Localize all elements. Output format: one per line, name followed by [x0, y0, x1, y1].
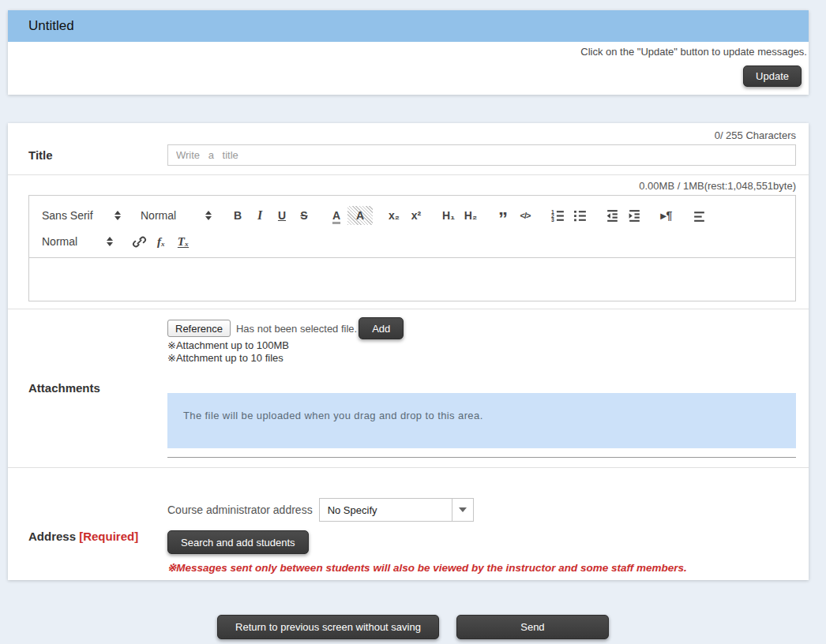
file-dropzone[interactable]: The file will be uploaded when you drag …: [167, 393, 796, 448]
align-icon[interactable]: [688, 206, 710, 225]
message-header-card: Untitled Click on the "Update" button to…: [8, 10, 809, 95]
update-hint: Click on the "Update" button to update m…: [8, 46, 809, 58]
subscript-icon[interactable]: x₂: [383, 206, 405, 225]
title-char-counter: 0/ 255 Characters: [8, 129, 809, 142]
blockquote-icon[interactable]: ”: [492, 202, 514, 229]
underline-icon[interactable]: U: [271, 206, 293, 225]
attachment-count-note: ※Attchment up to 10 files: [167, 352, 796, 365]
ordered-list-icon[interactable]: 123: [546, 206, 569, 225]
size-select[interactable]: Normal: [37, 232, 118, 251]
attachments-section: Attachments Reference Has not been selec…: [8, 309, 809, 468]
bold-icon[interactable]: B: [227, 206, 249, 225]
dropzone-text: The file will be uploaded when you drag …: [183, 410, 483, 421]
highlight-color-icon[interactable]: A: [347, 206, 373, 225]
bullet-list-icon[interactable]: [569, 206, 591, 225]
header-1-icon[interactable]: H₁: [437, 206, 460, 225]
address-label: Address [Required]: [8, 530, 167, 543]
admin-address-selected-value: No Specify: [320, 499, 452, 521]
admin-address-label: Course administrator address: [167, 504, 313, 516]
italic-icon[interactable]: I: [249, 206, 271, 225]
style-select[interactable]: Normal: [136, 206, 216, 225]
link-icon[interactable]: [128, 232, 150, 251]
dropzone-divider: [167, 457, 796, 458]
text-color-icon[interactable]: A: [325, 206, 347, 225]
reference-file-button[interactable]: Reference: [167, 320, 231, 337]
header-2-icon[interactable]: H₂: [460, 206, 482, 225]
search-add-students-button[interactable]: Search and add students: [167, 530, 309, 554]
student-message-warning: ※Messages sent only between students wil…: [167, 561, 796, 574]
address-section: Address [Required] Course administrator …: [8, 468, 809, 580]
title-label: Title: [8, 148, 167, 162]
outdent-icon[interactable]: [601, 206, 623, 225]
font-select[interactable]: Sans Serif: [37, 206, 126, 225]
attachments-label: Attachments: [8, 381, 167, 395]
chevron-down-icon: [452, 499, 473, 521]
text-direction-icon[interactable]: ▸¶: [655, 206, 678, 225]
editor-content-area[interactable]: [29, 258, 795, 301]
required-badge: [Required]: [79, 530, 138, 543]
message-form-card: 0/ 255 Characters Title 0.00MB / 1MB(res…: [8, 123, 809, 580]
title-input[interactable]: [167, 144, 796, 166]
return-without-saving-button[interactable]: Return to previous screen without saving: [217, 615, 439, 639]
message-title-bar: Untitled: [8, 10, 809, 42]
attachment-size-note: ※Attachment up to 100MB: [167, 339, 796, 352]
send-button[interactable]: Send: [456, 615, 609, 639]
editor-section: 0.00MB / 1MB(rest:1,048,551byte) Sans Se…: [8, 175, 809, 309]
admin-address-select[interactable]: No Specify: [319, 498, 474, 522]
rich-text-editor: Sans SerifNormalBIUSAAx₂x²H₁H₂”</>123▸¶N…: [28, 195, 796, 301]
svg-text:3: 3: [551, 217, 554, 223]
indent-icon[interactable]: [623, 206, 645, 225]
superscript-icon[interactable]: x²: [405, 206, 427, 225]
code-block-icon[interactable]: </>: [514, 206, 536, 225]
strike-icon[interactable]: S: [293, 206, 315, 225]
add-attachment-button[interactable]: Add: [359, 317, 404, 339]
footer-actions: Return to previous screen without saving…: [0, 615, 826, 639]
no-file-selected-text: Has not been selected file.: [236, 323, 357, 335]
editor-size-info: 0.00MB / 1MB(rest:1,048,551byte): [8, 180, 809, 193]
update-button[interactable]: Update: [743, 66, 802, 87]
title-section: 0/ 255 Characters Title: [8, 123, 809, 175]
clean-format-icon[interactable]: Tₓ: [172, 232, 194, 251]
message-title: Untitled: [28, 18, 74, 34]
formula-icon[interactable]: fₓ: [150, 232, 172, 251]
editor-toolbar: Sans SerifNormalBIUSAAx₂x²H₁H₂”</>123▸¶N…: [29, 196, 795, 258]
